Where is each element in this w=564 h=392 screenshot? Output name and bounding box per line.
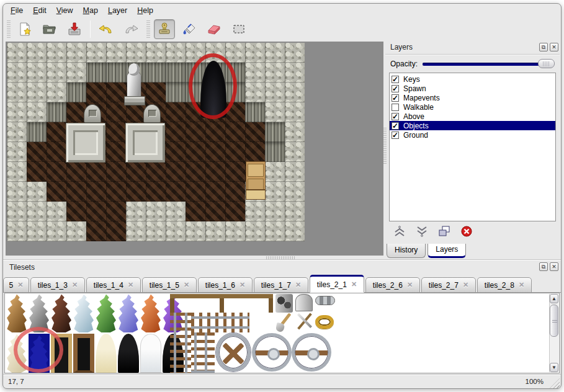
scrollbar-thumb[interactable] (550, 305, 558, 337)
layer-row-walkable[interactable]: Walkable (390, 102, 555, 112)
rail-corner-tile[interactable] (191, 332, 215, 373)
tileset-tab-tiles_2_7[interactable]: tiles_2_7✕ (421, 277, 476, 293)
wood-door-frames-tile[interactable] (170, 294, 273, 313)
layer-checkbox[interactable]: ✓ (392, 94, 399, 102)
close-tab-icon[interactable]: ✕ (17, 281, 23, 289)
layer-checkbox[interactable]: ✓ (392, 76, 399, 83)
metal-bar-tile[interactable] (315, 296, 335, 305)
delete-layer-button[interactable] (459, 225, 475, 238)
wood-door-tile[interactable] (73, 334, 94, 373)
close-tab-icon[interactable]: ✕ (463, 281, 468, 289)
opacity-slider-handle[interactable] (538, 59, 555, 68)
float-panel-button[interactable]: ⧉ (539, 262, 548, 271)
layer-row-keys[interactable]: ✓Keys (390, 74, 555, 84)
menu-file[interactable]: File (6, 4, 28, 17)
tileset-tab-tiles_1_5[interactable]: tiles_1_5✕ (142, 277, 197, 293)
layer-checkbox[interactable]: ✓ (392, 122, 399, 130)
scroll-down-icon[interactable]: ▼ (550, 363, 558, 372)
close-panel-button[interactable]: ✕ (550, 43, 558, 51)
close-tab-icon[interactable]: ✕ (351, 280, 357, 288)
rock-ice-tile[interactable] (73, 294, 94, 332)
tab-label: tiles_2_7 (429, 281, 459, 290)
dock-tab-layers[interactable]: Layers (427, 244, 466, 258)
tileset-content[interactable]: ▲ ▼ (4, 293, 560, 373)
shovel-tile[interactable] (275, 313, 294, 332)
save-map-button[interactable] (64, 19, 85, 39)
tileset-tab-tiles_2_1[interactable]: tiles_2_1✕ (310, 275, 364, 293)
fill-tool-button[interactable] (179, 19, 200, 39)
rail-crossing-loop-tile[interactable] (216, 333, 251, 372)
toolbar-grip[interactable] (146, 20, 150, 38)
pickaxe-tile[interactable] (295, 313, 314, 332)
arch-black-tile[interactable] (118, 334, 139, 373)
rail-vertical-tile[interactable] (170, 313, 191, 373)
eraser-tool-button[interactable] (204, 19, 225, 39)
select-tool-button[interactable] (228, 19, 249, 39)
tileset-tab-tiles_2_6[interactable]: tiles_2_6✕ (365, 277, 420, 293)
menu-help[interactable]: Help (132, 4, 158, 17)
rock-orange-tile[interactable] (140, 294, 161, 332)
layer-row-spawn[interactable]: ✓Spawn (390, 84, 555, 93)
layer-label: Ground (403, 131, 428, 140)
layer-checkbox[interactable] (392, 104, 399, 111)
tileset-tab-tiles_2_8[interactable]: tiles_2_8✕ (477, 277, 532, 293)
stamp-tool-button[interactable] (154, 19, 175, 39)
rock-crystal-blue-tile[interactable] (118, 294, 139, 332)
map-view[interactable] (7, 43, 305, 241)
tileset-tab-tiles_1_7[interactable]: tiles_1_7✕ (254, 277, 308, 293)
layer-checkbox[interactable]: ✓ (392, 113, 399, 120)
horizontal-splitter-grip[interactable] (266, 256, 295, 259)
layer-checkbox[interactable]: ✓ (392, 131, 399, 139)
arch-cream-tile[interactable] (96, 334, 117, 373)
rail-horizontal-tile[interactable] (191, 313, 249, 332)
layer-row-mapevents[interactable]: ✓Mapevents (390, 93, 555, 102)
layer-row-ground[interactable]: ✓Ground (390, 130, 555, 140)
tileset-tab-tiles_1_3[interactable]: tiles_1_3✕ (30, 277, 85, 293)
dock-tab-history[interactable]: History (387, 244, 426, 258)
arch-white-tile[interactable] (140, 334, 161, 373)
menu-map[interactable]: Map (78, 4, 103, 17)
tileset-tab-tiles_1_4[interactable]: tiles_1_4✕ (86, 277, 141, 293)
close-tab-icon[interactable]: ✕ (128, 281, 133, 289)
close-tab-icon[interactable]: ✕ (407, 281, 413, 289)
rail-loop-tile[interactable] (292, 333, 331, 372)
layer-row-above[interactable]: ✓Above (390, 112, 555, 121)
close-tab-icon[interactable]: ✕ (519, 281, 524, 289)
zoom-level: 100% (526, 378, 544, 385)
raise-layer-button[interactable] (392, 225, 408, 238)
menu-layer[interactable]: Layer (103, 4, 132, 17)
menu-view[interactable]: View (51, 4, 78, 17)
layer-checkbox[interactable]: ✓ (392, 85, 399, 92)
redo-button[interactable] (120, 19, 141, 39)
close-tab-icon[interactable]: ✕ (72, 281, 78, 289)
rock-gold-tile[interactable] (6, 294, 27, 332)
rope-coil-tile[interactable] (315, 315, 334, 329)
opacity-slider[interactable] (423, 63, 552, 66)
tileset-tab-5[interactable]: 5✕ (3, 277, 29, 293)
duplicate-layer-button[interactable] (436, 225, 452, 238)
map-tile (86, 162, 106, 182)
close-tab-icon[interactable]: ✕ (184, 281, 189, 289)
open-map-button[interactable] (39, 19, 60, 39)
layer-row-objects[interactable]: ✓Objects (390, 121, 555, 130)
float-panel-button[interactable]: ⧉ (539, 43, 548, 51)
undo-button[interactable] (96, 19, 117, 39)
tileset-scrollbar[interactable]: ▲ ▼ (549, 294, 558, 372)
tileset-tab-tiles_1_6[interactable]: tiles_1_6✕ (198, 277, 253, 293)
close-tab-icon[interactable]: ✕ (239, 281, 245, 289)
menu-edit[interactable]: Edit (28, 4, 51, 17)
new-map-button[interactable] (14, 19, 35, 39)
toolbar-grip[interactable] (7, 20, 11, 38)
lower-layer-button[interactable] (414, 225, 430, 238)
column-cap-tile[interactable] (295, 294, 313, 311)
rock-maroon-tile[interactable] (51, 294, 72, 332)
new-file-icon (17, 22, 32, 37)
scroll-up-icon[interactable]: ▲ (550, 294, 558, 303)
resize-grip[interactable] (550, 378, 560, 388)
skull-pillar-tile[interactable] (275, 294, 293, 313)
close-panel-button[interactable]: ✕ (550, 262, 558, 271)
rail-loop-tile[interactable] (252, 333, 292, 372)
map-canvas[interactable] (6, 42, 383, 256)
close-tab-icon[interactable]: ✕ (295, 281, 301, 289)
rock-green-tile[interactable] (96, 294, 117, 332)
